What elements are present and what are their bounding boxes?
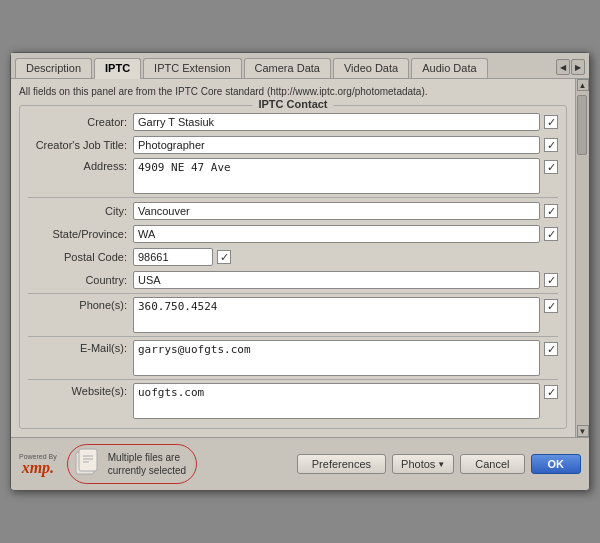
state-row: State/Province: [28,224,558,244]
xmp-logo: Powered By xmp. [19,453,57,476]
main-area: All fields on this panel are from the IP… [11,79,589,437]
postal-input[interactable] [133,248,213,266]
city-checkbox[interactable] [544,204,558,218]
city-field [133,202,558,220]
photos-button[interactable]: Photos ▼ [392,454,454,474]
job-title-label: Creator's Job Title: [28,139,133,151]
warning-box: Multiple files are currently selected [67,444,197,484]
country-label: Country: [28,274,133,286]
ok-button[interactable]: OK [531,454,582,474]
tab-camera-data[interactable]: Camera Data [244,58,331,78]
postal-row: Postal Code: [28,247,558,267]
email-row: E-Mail(s): garrys@uofgts.com [28,340,558,376]
svg-rect-1 [79,449,97,471]
info-text: All fields on this panel are from the IP… [19,85,567,99]
preferences-button[interactable]: Preferences [297,454,386,474]
email-input[interactable]: garrys@uofgts.com [133,340,540,376]
scrollbar: ▲ ▼ [575,79,589,437]
address-field: 4909 NE 47 Ave [133,158,558,194]
tab-scroll-right[interactable]: ▶ [571,59,585,75]
state-checkbox[interactable] [544,227,558,241]
country-input[interactable] [133,271,540,289]
tab-iptc[interactable]: IPTC [94,58,141,79]
scroll-up-arrow[interactable]: ▲ [577,79,589,91]
tab-iptc-extension[interactable]: IPTC Extension [143,58,241,78]
tab-audio-data[interactable]: Audio Data [411,58,487,78]
job-title-row: Creator's Job Title: [28,135,558,155]
tab-bar: Description IPTC IPTC Extension Camera D… [11,53,589,79]
scroll-content: All fields on this panel are from the IP… [11,79,575,437]
website-field: uofgts.com [133,383,558,419]
scroll-thumb[interactable] [577,95,587,155]
tab-scroll-arrows: ◀ ▶ [556,59,585,78]
email-label: E-Mail(s): [28,340,133,354]
tab-video-data[interactable]: Video Data [333,58,409,78]
tab-description[interactable]: Description [15,58,92,78]
state-input[interactable] [133,225,540,243]
creator-input[interactable] [133,113,540,131]
phone-field: 360.750.4524 [133,297,558,333]
creator-checkbox[interactable] [544,115,558,129]
phone-checkbox[interactable] [544,299,558,313]
warning-text: Multiple files are currently selected [108,451,186,477]
bottom-bar: Powered By xmp. Multiple files are curre… [11,437,589,490]
divider-3 [28,336,558,337]
country-checkbox[interactable] [544,273,558,287]
job-title-field [133,136,558,154]
email-checkbox[interactable] [544,342,558,356]
country-field [133,271,558,289]
creator-label: Creator: [28,116,133,128]
tab-scroll-left[interactable]: ◀ [556,59,570,75]
city-label: City: [28,205,133,217]
creator-field [133,113,558,131]
postal-field [133,248,558,266]
photos-dropdown-arrow: ▼ [437,460,445,469]
address-checkbox[interactable] [544,160,558,174]
state-label: State/Province: [28,228,133,240]
photos-label: Photos [401,458,435,470]
divider-1 [28,197,558,198]
state-field [133,225,558,243]
address-label: Address: [28,158,133,172]
website-label: Website(s): [28,383,133,397]
creator-row: Creator: [28,112,558,132]
iptc-contact-section: IPTC Contact Creator: Creator's Job Titl… [19,105,567,429]
dialog: Description IPTC IPTC Extension Camera D… [10,52,590,491]
postal-label: Postal Code: [28,251,133,263]
address-input[interactable]: 4909 NE 47 Ave [133,158,540,194]
address-row: Address: 4909 NE 47 Ave [28,158,558,194]
divider-4 [28,379,558,380]
email-field: garrys@uofgts.com [133,340,558,376]
job-title-checkbox[interactable] [544,138,558,152]
phone-input[interactable]: 360.750.4524 [133,297,540,333]
phone-label: Phone(s): [28,297,133,311]
phone-row: Phone(s): 360.750.4524 [28,297,558,333]
divider-2 [28,293,558,294]
website-row: Website(s): uofgts.com [28,383,558,419]
files-icon [74,448,102,480]
cancel-button[interactable]: Cancel [460,454,524,474]
website-input[interactable]: uofgts.com [133,383,540,419]
content-area: All fields on this panel are from the IP… [11,79,575,437]
website-checkbox[interactable] [544,385,558,399]
city-row: City: [28,201,558,221]
job-title-input[interactable] [133,136,540,154]
xmp-brand: xmp. [22,460,54,476]
postal-checkbox[interactable] [217,250,231,264]
section-title: IPTC Contact [252,98,333,110]
scroll-down-arrow[interactable]: ▼ [577,425,589,437]
city-input[interactable] [133,202,540,220]
bottom-buttons: Preferences Photos ▼ Cancel OK [297,454,581,474]
scroll-thumb-area [576,91,589,425]
country-row: Country: [28,270,558,290]
